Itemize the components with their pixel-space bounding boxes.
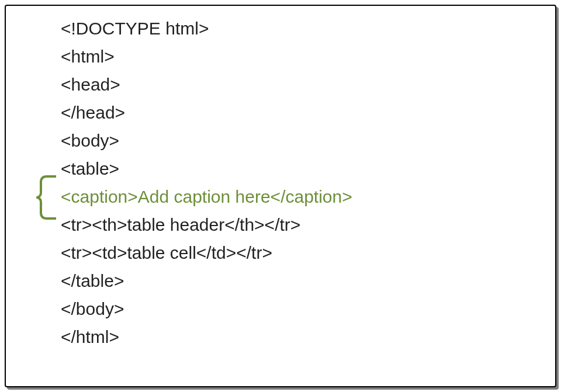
code-line-11: </body> <box>61 295 555 323</box>
code-line-2: <html> <box>61 43 555 71</box>
code-panel: <!DOCTYPE html> <html> <head> </head> <b… <box>5 5 556 387</box>
code-line-12: </html> <box>61 323 555 351</box>
code-line-1: <!DOCTYPE html> <box>61 15 555 43</box>
code-line-8: <tr><th>table header</th></tr> <box>61 211 555 239</box>
code-line-10: </table> <box>61 267 555 295</box>
code-line-4: </head> <box>61 99 555 127</box>
code-line-6: <table> <box>61 155 555 183</box>
code-line-5: <body> <box>61 127 555 155</box>
code-line-7-highlighted: <caption>Add caption here</caption> <box>61 183 555 211</box>
code-line-3: <head> <box>61 71 555 99</box>
code-line-9: <tr><td>table cell</td></tr> <box>61 239 555 267</box>
bracket-icon <box>36 175 56 220</box>
